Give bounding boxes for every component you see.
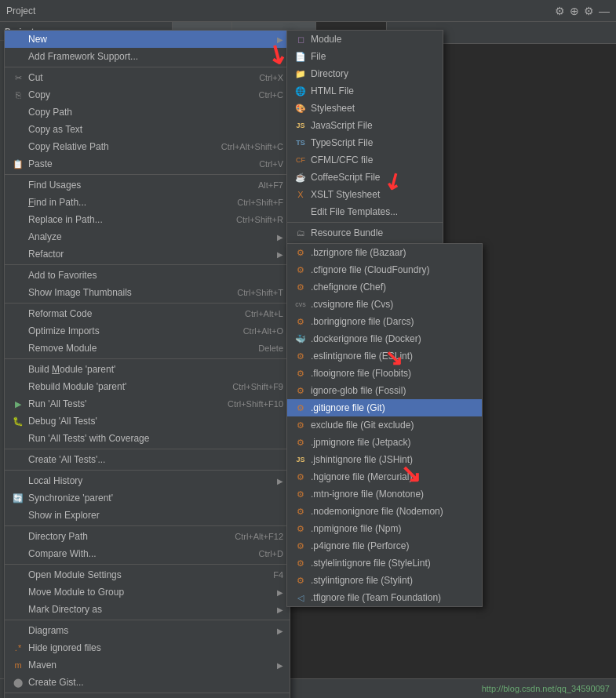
bzr-icon: ⚙: [293, 248, 308, 258]
submenu-new-directory[interactable]: 📁 Directory: [287, 65, 443, 82]
menu-label-findinpath: Find in Path...: [28, 197, 86, 208]
menu-item-reformat[interactable]: Reformat Code Ctrl+Alt+L: [5, 305, 290, 322]
menu-item-removemodule[interactable]: Remove Module Delete: [5, 340, 290, 357]
separator-8: [5, 525, 290, 526]
ignore-mtn[interactable]: ⚙ .mtn-ignore file (Monotone): [287, 485, 482, 503]
ignore-tf[interactable]: ◁ .tfignore file (Team Foundation): [287, 589, 482, 606]
menu-label-paste: Paste: [28, 158, 53, 169]
menu-item-movetogroup[interactable]: Move Module to Group ▶: [5, 583, 290, 601]
menu-item-copyas[interactable]: Copy as Text: [5, 121, 290, 138]
submenu-new-jsfile[interactable]: JS JavaScript File: [287, 117, 443, 134]
menu-item-findinpath[interactable]: Find in Path... Ctrl+Shift+F: [5, 194, 290, 211]
ignore-label-fossil: ignore-glob file (Fossil): [311, 385, 406, 396]
git-icon: ⚙: [293, 403, 308, 413]
thumbnails-shortcut: Ctrl+Shift+T: [237, 288, 283, 297]
ignore-chef[interactable]: ⚙ .chefignore (Chef): [287, 278, 482, 296]
menu-item-build[interactable]: Build Module 'parent': [5, 361, 290, 378]
menu-item-paste[interactable]: 📋 Paste Ctrl+V: [5, 155, 290, 173]
menu-item-rebuild[interactable]: Rebuild Module 'parent' Ctrl+Shift+F9: [5, 378, 290, 395]
menu-item-maven[interactable]: m Maven ▶: [5, 656, 290, 674]
menu-item-runwithcov[interactable]: Run 'All Tests' with Coverage: [5, 430, 290, 447]
menu-item-showinexplorer[interactable]: Show in Explorer: [5, 507, 290, 524]
ignore-eslint[interactable]: ⚙ .eslintignore file (ESLint): [287, 347, 482, 365]
menu-item-analyze[interactable]: Analyze ▶: [5, 228, 290, 245]
ignore-stylelint[interactable]: ⚙ .stylelintignore file (StyleLint): [287, 554, 482, 572]
add-icon[interactable]: ⊕: [570, 5, 579, 17]
dirpath-shortcut: Ctrl+Alt+F12: [235, 532, 283, 541]
submenu-new-cfml[interactable]: CF CFML/CFC file: [287, 151, 443, 169]
ignore-boring[interactable]: ⚙ .boringignore file (Darcs): [287, 313, 482, 330]
submenu-new-edittemplate[interactable]: Edit File Templates...: [287, 203, 443, 220]
ts-icon: TS: [293, 139, 308, 147]
ignore-cf[interactable]: ⚙ .cfignore file (CloudFoundry): [287, 261, 482, 278]
menu-item-favorites[interactable]: Add to Favorites: [5, 267, 290, 284]
menu-label-debugall: Debug 'All Tests': [28, 416, 97, 427]
menu-item-optimize[interactable]: Optimize Imports Ctrl+Alt+O: [5, 322, 290, 340]
menu-item-synchronize[interactable]: 🔄 Synchronize 'parent': [5, 489, 290, 507]
ignore-bzr[interactable]: ⚙ .bzrignore file (Bazaar): [287, 244, 482, 261]
menu-item-createtests[interactable]: Create 'All Tests'...: [5, 451, 290, 468]
menu-item-framework[interactable]: Add Framework Support...: [5, 48, 290, 65]
submenu-new-tsfile[interactable]: TS TypeScript File: [287, 134, 443, 151]
menu-item-findusages[interactable]: Find Usages Alt+F7: [5, 176, 290, 194]
menu-item-webservices[interactable]: WebServices ▶: [5, 695, 290, 698]
menu-item-creategist[interactable]: ⬤ Create Gist...: [5, 674, 290, 691]
ignore-fossil[interactable]: ⚙ ignore-glob file (Fossil): [287, 382, 482, 399]
ignore-label-eslint: .eslintignore file (ESLint): [311, 351, 413, 362]
submenu-new-file[interactable]: 📄 File: [287, 48, 443, 65]
reformat-shortcut: Ctrl+Alt+L: [245, 309, 283, 318]
coffee-icon: ☕: [293, 173, 308, 183]
menu-item-copyrel[interactable]: Copy Relative Path Ctrl+Alt+Shift+C: [5, 138, 290, 155]
menu-item-debugall[interactable]: 🐛 Debug 'All Tests': [5, 413, 290, 430]
ignore-jpm[interactable]: ⚙ .jpmignore file (Jetpack): [287, 434, 482, 451]
ignore-npm[interactable]: ⚙ .npmignore file (Npm): [287, 520, 482, 537]
submenu-new-coffeescript[interactable]: ☕ CoffeeScript File: [287, 169, 443, 186]
movegroup-arrow: ▶: [277, 588, 283, 597]
menu-item-new[interactable]: New ▶: [5, 31, 290, 48]
submenu-label-coffeescript: CoffeeScript File: [311, 172, 380, 183]
ignore-nodemon[interactable]: ⚙ .nodemonignore file (Nodemon): [287, 503, 482, 520]
menu-item-diagrams[interactable]: Diagrams ▶: [5, 622, 290, 639]
ignore-p4[interactable]: ⚙ .p4ignore file (Perforce): [287, 537, 482, 554]
top-toolbar: Project ⚙ ⊕ ⚙ —: [0, 0, 616, 22]
menu-item-refactor[interactable]: Refactor ▶: [5, 245, 290, 263]
menu-item-copypath[interactable]: Copy Path: [5, 104, 290, 121]
ignore-docker[interactable]: 🐳 .dockerignore file (Docker): [287, 330, 482, 347]
paste-shortcut: Ctrl+V: [259, 159, 283, 169]
toolbar-icons: ⚙ ⊕ ⚙ —: [555, 5, 610, 17]
menu-item-dirpath[interactable]: Directory Path Ctrl+Alt+F12: [5, 528, 290, 545]
ignore-git[interactable]: ⚙ .gitignore file (Git): [287, 399, 482, 416]
ignore-floo[interactable]: ⚙ .flooignore file (Floobits): [287, 365, 482, 382]
menu-item-cut[interactable]: ✂ Cut Ctrl+X: [5, 69, 290, 86]
submenu-new-module[interactable]: ◻ Module: [287, 31, 443, 48]
minimize-icon[interactable]: —: [599, 5, 610, 17]
ignore-label-mtn: .mtn-ignore file (Monotone): [311, 489, 424, 500]
menu-item-markdir[interactable]: Mark Directory as ▶: [5, 601, 290, 618]
menu-item-modulesettings[interactable]: Open Module Settings F4: [5, 566, 290, 583]
submenu-new-stylesheet[interactable]: 🎨 Stylesheet: [287, 100, 443, 117]
ignore-stylint[interactable]: ⚙ .stylintignore file (Stylint): [287, 572, 482, 589]
xslt-icon: X: [293, 190, 308, 199]
ignore-gitexclude[interactable]: ⚙ exclude file (Git exclude): [287, 416, 482, 434]
ignore-hg[interactable]: ⚙ .hgignore file (Mercurial): [287, 468, 482, 485]
run-icon: ▶: [11, 399, 25, 409]
submenu-new-xslt[interactable]: X XSLT Stylesheet: [287, 186, 443, 203]
menu-item-runall[interactable]: ▶ Run 'All Tests' Ctrl+Shift+F10: [5, 395, 290, 413]
settings-icon[interactable]: ⚙: [555, 5, 565, 17]
submenu-new-resourcebundle[interactable]: 🗂 Resource Bundle: [287, 224, 443, 242]
menu-label-favorites: Add to Favorites: [28, 270, 97, 281]
menu-item-replaceinpath[interactable]: Replace in Path... Ctrl+Shift+R: [5, 211, 290, 228]
submenu-label-htmlfile: HTML File: [311, 85, 354, 96]
menu-item-hideignored[interactable]: .* Hide ignored files: [5, 639, 290, 656]
menu-item-comparewith[interactable]: Compare With... Ctrl+D: [5, 545, 290, 562]
submenu-label-file: File: [311, 51, 326, 62]
menu-item-localhistory[interactable]: Local History ▶: [5, 472, 290, 489]
menu-item-thumbnails[interactable]: Show Image Thumbnails Ctrl+Shift+T: [5, 284, 290, 301]
submenu-new-htmlfile[interactable]: 🌐 HTML File: [287, 82, 443, 100]
config-icon[interactable]: ⚙: [584, 5, 594, 17]
ignore-jshint[interactable]: JS .jshintignore file (JSHint): [287, 451, 482, 468]
menu-item-copy[interactable]: ⎘ Copy Ctrl+C: [5, 86, 290, 104]
ignore-cvs[interactable]: cvs .cvsignore file (Cvs): [287, 296, 482, 313]
remove-shortcut: Delete: [258, 344, 283, 353]
cfml-icon: CF: [293, 156, 308, 164]
